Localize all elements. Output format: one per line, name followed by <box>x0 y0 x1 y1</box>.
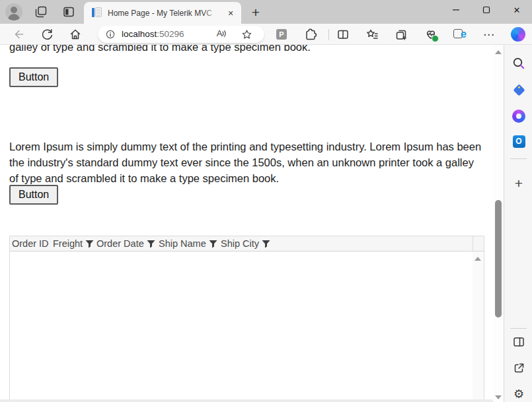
filter-funnel-icon[interactable] <box>147 240 155 248</box>
grid-column-header-order-id[interactable]: Order ID <box>10 236 51 251</box>
tab-actions-button[interactable] <box>59 3 78 21</box>
collections-icon <box>395 28 408 41</box>
microsoft-365-icon <box>512 110 525 123</box>
tab-title: Home Page - My Telerik MVC Ap <box>108 9 213 18</box>
shopping-tag-icon <box>513 84 525 96</box>
maximize-icon <box>482 6 490 14</box>
top-button[interactable]: Button <box>9 67 58 87</box>
favorites-button[interactable] <box>363 25 381 44</box>
scrollbar-thumb[interactable] <box>495 200 502 318</box>
browser-tab[interactable]: Home Page - My Telerik MVC Ap ✕ <box>84 2 241 24</box>
grid-column-header-ship-name[interactable]: Ship Name <box>157 236 219 251</box>
new-tab-button[interactable]: + <box>247 4 264 21</box>
tab-close-button[interactable]: ✕ <box>225 7 237 19</box>
collections-button[interactable] <box>392 25 410 44</box>
extensions-button[interactable] <box>301 25 320 44</box>
site-info-button[interactable] <box>104 28 116 40</box>
favorites-list-icon <box>365 28 379 41</box>
page-content: galley of type and scrambled it to make … <box>0 45 493 402</box>
home-icon <box>69 28 82 41</box>
column-label: Order ID <box>12 238 49 249</box>
open-external-icon <box>512 362 525 375</box>
grid-column-header-freight[interactable]: Freight <box>51 236 95 251</box>
sidebar-add-button[interactable]: + <box>510 174 528 193</box>
sidebar-divider <box>510 328 527 329</box>
browser-toolbar: localhost:50296 A P <box>0 24 532 45</box>
tab-layout-icon <box>62 5 75 18</box>
tab-title-fade <box>203 2 220 24</box>
grid-column-header-order-date[interactable]: Order Date <box>95 236 157 251</box>
minimize-icon <box>452 6 460 14</box>
settings-more-button[interactable]: ⋯ <box>480 25 498 44</box>
copilot-button[interactable] <box>509 25 527 44</box>
read-aloud-icon: A <box>217 28 223 38</box>
workspaces-icon <box>33 5 48 18</box>
lorem-paragraph: Lorem Ipsum is simply dummy text of the … <box>9 139 482 186</box>
url-host: localhost <box>122 29 157 39</box>
column-label: Ship Name <box>159 238 206 249</box>
sidebar-microsoft365-button[interactable] <box>510 107 528 125</box>
plus-icon: + <box>515 176 523 191</box>
refresh-button[interactable] <box>38 25 56 44</box>
column-label: Ship City <box>221 238 259 249</box>
p-extension-icon: P <box>276 29 287 40</box>
window-controls: ✕ <box>441 0 532 20</box>
grid-header-scrollbar-spacer <box>473 236 484 251</box>
grid-header-row: Order ID Freight Order Date Ship Name <box>10 236 484 251</box>
sidebar-shopping-button[interactable] <box>510 81 528 99</box>
address-bar[interactable]: localhost:50296 A <box>98 26 264 43</box>
read-aloud-waves-icon <box>222 30 226 38</box>
split-screen-icon <box>336 28 350 41</box>
scroll-up-arrow-icon[interactable] <box>495 50 502 54</box>
favorite-star-button[interactable] <box>241 28 252 40</box>
sidebar-open-external-button[interactable] <box>510 359 528 378</box>
workspaces-button[interactable] <box>31 3 50 21</box>
read-aloud-button[interactable]: A <box>214 28 229 40</box>
filter-funnel-icon[interactable] <box>85 240 94 248</box>
sidebar-panel-button[interactable] <box>510 333 528 351</box>
bottom-button[interactable]: Button <box>9 185 58 205</box>
site-favicon-icon <box>92 7 102 18</box>
profile-button[interactable] <box>5 3 22 20</box>
sidebar-search-button[interactable] <box>510 54 528 73</box>
ie-mode-icon: e <box>453 28 467 41</box>
toolbar-divider <box>328 29 329 40</box>
browser-essentials-button[interactable] <box>422 25 440 44</box>
star-icon <box>241 29 252 40</box>
orders-grid: Order ID Freight Order Date Ship Name <box>9 236 484 402</box>
filter-funnel-icon[interactable] <box>262 240 270 248</box>
sidebar-settings-button[interactable]: ⚙ <box>510 385 528 402</box>
info-icon <box>105 29 116 40</box>
search-icon <box>512 56 526 71</box>
p-extension-button[interactable]: P <box>272 25 291 44</box>
scroll-down-arrow-icon[interactable] <box>495 395 502 399</box>
back-button[interactable] <box>9 25 28 44</box>
sidebar-divider <box>510 158 527 159</box>
clipped-paragraph-line: galley of type and scrambled it to make … <box>9 45 311 55</box>
close-window-button[interactable]: ✕ <box>502 0 532 20</box>
sidebar-outlook-button[interactable]: O <box>510 132 528 151</box>
scroll-up-arrow-icon[interactable] <box>475 257 481 261</box>
home-button[interactable] <box>66 25 85 44</box>
page-horizontal-scrollbar[interactable] <box>0 399 493 402</box>
profile-avatar-icon <box>11 7 17 13</box>
filter-funnel-icon[interactable] <box>209 240 217 248</box>
essentials-check-badge <box>432 35 439 42</box>
refresh-icon <box>40 28 54 41</box>
ie-mode-button[interactable]: e <box>451 25 469 44</box>
grid-vertical-scrollbar[interactable] <box>473 251 484 401</box>
ellipsis-icon: ⋯ <box>483 28 495 42</box>
url-text[interactable]: localhost:50296 <box>122 29 184 39</box>
back-arrow-icon <box>12 28 25 41</box>
maximize-button[interactable] <box>471 0 502 20</box>
split-panel-icon <box>512 335 525 349</box>
grid-column-header-ship-city[interactable]: Ship City <box>219 236 473 251</box>
column-label: Order Date <box>96 238 144 249</box>
copilot-icon <box>511 27 525 42</box>
page-vertical-scrollbar[interactable] <box>493 45 504 402</box>
grid-body <box>10 251 484 401</box>
column-label: Freight <box>53 238 83 249</box>
minimize-button[interactable] <box>441 0 471 20</box>
browser-window: Home Page - My Telerik MVC Ap ✕ + ✕ <box>0 0 532 402</box>
split-screen-button[interactable] <box>334 25 352 44</box>
